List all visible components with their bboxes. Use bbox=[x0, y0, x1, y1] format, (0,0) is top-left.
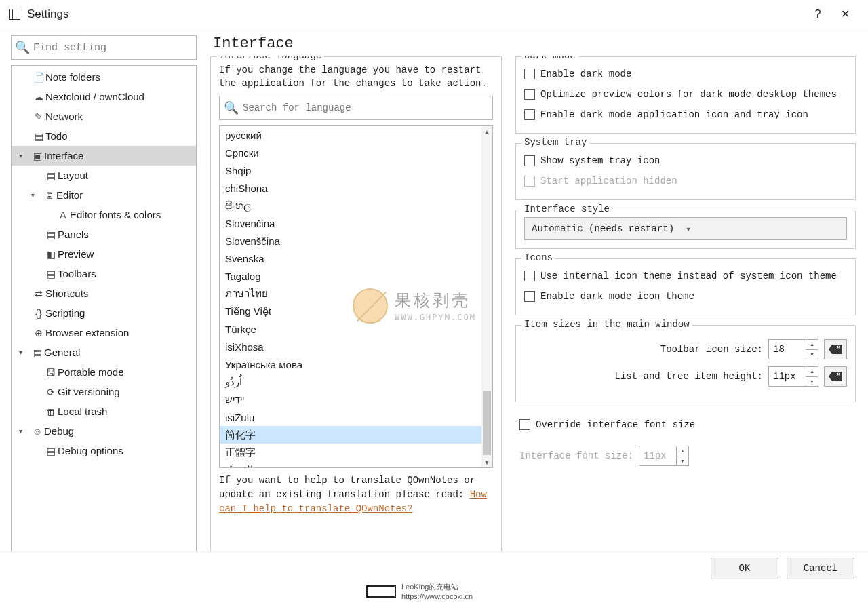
backspace-icon bbox=[829, 345, 842, 354]
sidebar-item-todo[interactable]: ▤Todo bbox=[12, 126, 196, 146]
language-search-box[interactable]: 🔍 bbox=[219, 96, 493, 120]
language-option[interactable]: Tagalog bbox=[220, 267, 492, 285]
item-icon: {} bbox=[32, 308, 45, 319]
close-button[interactable]: ✕ bbox=[831, 7, 859, 20]
language-option[interactable]: Shqip bbox=[220, 161, 492, 179]
titlebar: Settings ? ✕ bbox=[0, 0, 868, 28]
item-icon: ▤ bbox=[44, 170, 58, 181]
interface-style-select[interactable]: Automatic (needs restart) ▾ bbox=[524, 217, 847, 240]
sidebar: 🔍 📄Note folders☁Nextcloud / ownCloud✎Net… bbox=[0, 28, 203, 580]
sidebar-item-debug-options[interactable]: ▤Debug options bbox=[12, 441, 196, 461]
checkbox-show-system-tray[interactable]: Show system tray icon bbox=[524, 151, 847, 171]
language-option[interactable]: اُردُو bbox=[220, 373, 492, 391]
chevron-down-icon[interactable]: ▾ bbox=[28, 191, 37, 199]
sidebar-item-shortcuts[interactable]: ⇄Shortcuts bbox=[12, 284, 196, 303]
chevron-down-icon[interactable]: ▼ bbox=[806, 350, 818, 359]
language-option[interactable]: chiShona bbox=[220, 179, 492, 197]
language-option[interactable]: සිංහල bbox=[220, 197, 492, 214]
sidebar-item-general[interactable]: ▾▤General bbox=[12, 343, 196, 362]
checkbox-use-internal-icon-theme-instead-of-system-icon-theme[interactable]: Use internal icon theme instead of syste… bbox=[524, 266, 847, 286]
chevron-down-icon[interactable]: ▾ bbox=[16, 349, 25, 356]
reset-list-item-height-button[interactable] bbox=[824, 366, 847, 387]
language-option[interactable]: Українська мова bbox=[220, 355, 492, 373]
chevron-down-icon[interactable]: ▾ bbox=[16, 427, 25, 435]
item-icon: ⟳ bbox=[44, 387, 58, 397]
chevron-down-icon[interactable]: ▼ bbox=[806, 377, 818, 387]
language-note: If you change the language you have to r… bbox=[219, 64, 493, 90]
language-option[interactable]: Српски bbox=[220, 144, 492, 161]
checkbox-enable-dark-mode-icon-theme[interactable]: Enable dark mode icon theme bbox=[524, 286, 847, 307]
sidebar-item-git-versioning[interactable]: ⟳Git versioning bbox=[12, 382, 196, 402]
language-option[interactable]: Svenska bbox=[220, 250, 492, 267]
language-option[interactable]: 正體字 bbox=[220, 444, 492, 461]
language-list[interactable]: русскийСрпскиShqipchiShonaසිංහලSlovenčin… bbox=[219, 125, 493, 468]
group-icons: Icons Use internal icon theme instead of… bbox=[515, 258, 856, 315]
sidebar-item-interface[interactable]: ▾▣Interface bbox=[12, 146, 196, 166]
item-icon: 📄 bbox=[32, 72, 45, 83]
item-icon: ▣ bbox=[31, 151, 44, 161]
ok-button[interactable]: OK bbox=[711, 558, 778, 579]
language-option[interactable]: العَرَبِيَّة bbox=[220, 461, 492, 467]
scroll-up-icon[interactable]: ▲ bbox=[481, 126, 492, 137]
scroll-thumb[interactable] bbox=[483, 391, 491, 455]
language-option[interactable]: Türkçe bbox=[220, 320, 492, 338]
search-settings-box[interactable]: 🔍 bbox=[11, 35, 197, 60]
checkbox-override-font-size[interactable]: Override interface font size bbox=[519, 414, 856, 435]
sidebar-item-toolbars[interactable]: ▤Toolbars bbox=[12, 264, 196, 284]
sidebar-item-layout[interactable]: ▤Layout bbox=[12, 166, 196, 185]
checkbox-optimize-preview-colors-for-dark-mode-desktop-themes[interactable]: Optimize preview colors for dark mode de… bbox=[524, 84, 847, 104]
language-option[interactable]: ภาษาไทย bbox=[220, 285, 492, 303]
group-item-sizes: Item sizes in the main window Toolbar ic… bbox=[515, 325, 856, 402]
scrollbar[interactable]: ▲ ▼ bbox=[481, 126, 492, 467]
language-option[interactable]: Slovenščina bbox=[220, 232, 492, 250]
checkbox-start-hidden: Start application hidden bbox=[524, 171, 847, 191]
list-item-height-stepper[interactable]: 11px ▲▼ bbox=[768, 366, 818, 387]
sidebar-item-note-folders[interactable]: 📄Note folders bbox=[12, 67, 196, 87]
sidebar-item-panels[interactable]: ▤Panels bbox=[12, 225, 196, 244]
settings-tree[interactable]: 📄Note folders☁Nextcloud / ownCloud✎Netwo… bbox=[11, 65, 197, 573]
item-icon: ✎ bbox=[32, 111, 45, 122]
group-interface-style: Interface style Automatic (needs restart… bbox=[515, 210, 856, 249]
toolbar-icon-size-stepper[interactable]: 18 ▲▼ bbox=[768, 339, 818, 359]
sidebar-item-scripting[interactable]: {}Scripting bbox=[12, 303, 196, 323]
reset-toolbar-icon-size-button[interactable] bbox=[824, 339, 847, 359]
sidebar-item-nextcloud-owncloud[interactable]: ☁Nextcloud / ownCloud bbox=[12, 87, 196, 106]
language-option[interactable]: isiXhosa bbox=[220, 338, 492, 355]
checkbox-enable-dark-mode[interactable]: Enable dark mode bbox=[524, 64, 847, 84]
chevron-down-icon[interactable]: ▾ bbox=[16, 152, 25, 159]
interface-font-size-stepper: 11px ▲▼ bbox=[639, 446, 689, 466]
sidebar-item-local-trash[interactable]: 🗑Local trash bbox=[12, 402, 196, 421]
group-system-tray: System tray Show system tray icon Start … bbox=[515, 143, 856, 200]
sidebar-item-portable-mode[interactable]: 🖫Portable mode bbox=[12, 362, 196, 382]
language-option[interactable]: isiZulu bbox=[220, 408, 492, 426]
language-option[interactable]: 简化字 bbox=[220, 426, 492, 444]
chevron-up-icon[interactable]: ▲ bbox=[806, 367, 818, 377]
help-button[interactable]: ? bbox=[804, 8, 831, 20]
page-title: Interface bbox=[213, 35, 856, 52]
item-icon: ▤ bbox=[44, 446, 58, 456]
item-icon: ▤ bbox=[32, 131, 45, 142]
sidebar-item-browser-extension[interactable]: ⊕Browser extension bbox=[12, 323, 196, 343]
scroll-down-icon[interactable]: ▼ bbox=[481, 456, 492, 467]
language-option[interactable]: русский bbox=[220, 126, 492, 144]
chevron-down-icon: ▾ bbox=[686, 223, 840, 235]
sidebar-item-network[interactable]: ✎Network bbox=[12, 106, 196, 126]
item-icon: ▤ bbox=[31, 347, 44, 358]
item-icon: A bbox=[56, 210, 70, 220]
sidebar-item-preview[interactable]: ◧Preview bbox=[12, 244, 196, 264]
search-input[interactable] bbox=[33, 42, 196, 54]
chevron-up-icon[interactable]: ▲ bbox=[806, 340, 818, 350]
bottom-credit: LeoKing的充电站 https://www.cocoki.cn bbox=[366, 582, 473, 600]
cancel-button[interactable]: Cancel bbox=[787, 558, 854, 579]
language-option[interactable]: ייִדיש bbox=[220, 391, 492, 408]
sidebar-item-debug[interactable]: ▾☺Debug bbox=[12, 421, 196, 441]
language-option[interactable]: Tiếng Việt bbox=[220, 303, 492, 320]
sidebar-item-editor-fonts-colors[interactable]: AEditor fonts & colors bbox=[12, 205, 196, 225]
language-option[interactable]: Slovenčina bbox=[220, 214, 492, 232]
item-icon: ▤ bbox=[44, 269, 58, 279]
sidebar-item-editor[interactable]: ▾🗎Editor bbox=[12, 185, 196, 205]
item-icon: ☁ bbox=[32, 92, 45, 102]
language-search-input[interactable] bbox=[243, 102, 492, 113]
item-icon: ⊕ bbox=[32, 328, 45, 338]
checkbox-enable-dark-mode-application-icon-and-tray-icon[interactable]: Enable dark mode application icon and tr… bbox=[524, 104, 847, 125]
